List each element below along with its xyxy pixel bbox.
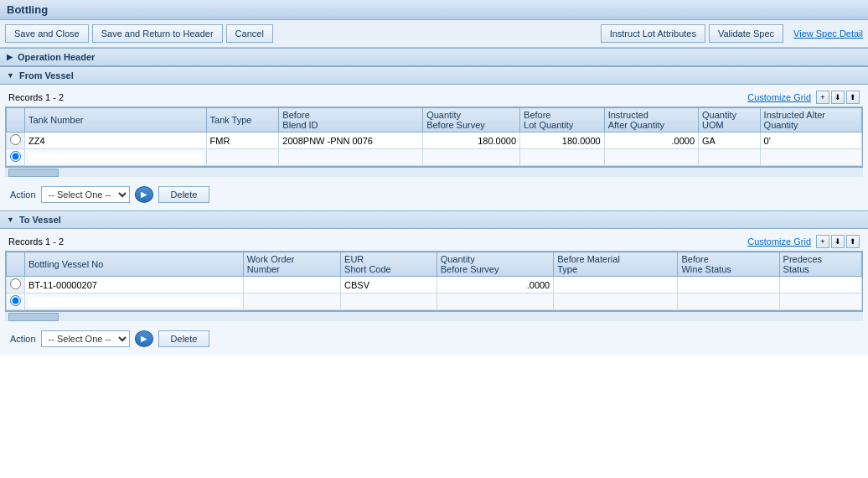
to-vessel-row2-predecessor bbox=[779, 294, 861, 310]
from-vessel-go-button[interactable]: ▶ bbox=[135, 186, 153, 203]
to-vessel-row2-eur bbox=[341, 294, 437, 310]
to-vessel-row2-material-type bbox=[554, 294, 678, 310]
from-vessel-scroll-thumb[interactable] bbox=[8, 169, 59, 177]
from-vessel-row1-tank-number: ZZ4 bbox=[25, 132, 207, 149]
to-vessel-grid-icons: + ⬇ ⬆ bbox=[816, 235, 860, 248]
from-vessel-customize-link[interactable]: Customize Grid bbox=[747, 92, 811, 102]
to-vessel-delete-button[interactable]: Delete bbox=[158, 330, 210, 347]
from-vessel-row2-tank-input[interactable] bbox=[28, 153, 203, 163]
save-close-button[interactable]: Save and Close bbox=[5, 24, 89, 43]
to-vessel-row1-radio-cell[interactable] bbox=[7, 277, 25, 294]
from-vessel-label: From Vessel bbox=[19, 70, 74, 81]
from-vessel-row2-qty-before bbox=[423, 149, 520, 166]
to-vessel-row2-radio[interactable] bbox=[10, 295, 21, 306]
to-vessel-row1-qty-before: .0000 bbox=[437, 277, 554, 294]
to-vessel-row2-radio-cell[interactable] bbox=[7, 294, 25, 310]
to-vessel-action-select[interactable]: -- Select One -- bbox=[41, 330, 130, 347]
to-vessel-row1-wine-status bbox=[678, 277, 779, 294]
from-vessel-table: Tank Number Tank Type BeforeBlend ID Qua… bbox=[6, 107, 862, 166]
from-vessel-instructed-after-header: InstructedAfter Quantity bbox=[604, 108, 698, 132]
to-vessel-scroll-thumb[interactable] bbox=[8, 313, 59, 321]
to-vessel-vessel-no-header: Bottling Vessel No bbox=[25, 252, 244, 277]
from-vessel-row2-radio[interactable] bbox=[10, 151, 21, 162]
from-vessel-radio-col-header bbox=[7, 108, 25, 132]
from-vessel-scroll-container[interactable]: Tank Number Tank Type BeforeBlend ID Qua… bbox=[5, 107, 863, 167]
from-vessel-row1-radio[interactable] bbox=[10, 134, 21, 145]
to-vessel-go-button[interactable]: ▶ bbox=[135, 330, 153, 347]
table-row bbox=[7, 149, 862, 166]
from-vessel-scrollbar[interactable] bbox=[5, 167, 863, 177]
save-return-button[interactable]: Save and Return to Header bbox=[92, 24, 223, 43]
from-vessel-row2-blend-id bbox=[279, 149, 423, 166]
instruct-lot-button[interactable]: Instruct Lot Attributes bbox=[601, 24, 705, 43]
from-vessel-row2-radio-cell[interactable] bbox=[7, 149, 25, 166]
to-vessel-material-type-header: Before MaterialType bbox=[554, 252, 678, 277]
from-vessel-row1-blend-id: 2008PNW -PNN 0076 bbox=[279, 132, 423, 149]
to-vessel-wine-status-header: BeforeWine Status bbox=[678, 252, 779, 277]
from-vessel-row1-tank-type: FMR bbox=[206, 132, 279, 149]
to-vessel-row1-radio[interactable] bbox=[10, 278, 21, 289]
to-vessel-row2-work-order bbox=[243, 294, 340, 310]
from-vessel-section-header: ▼ From Vessel bbox=[0, 66, 868, 85]
from-vessel-add-icon[interactable]: + bbox=[816, 91, 829, 104]
from-vessel-row2-instructed-after bbox=[604, 149, 698, 166]
from-vessel-row1-instructed-after: .0000 bbox=[604, 132, 698, 149]
cancel-button[interactable]: Cancel bbox=[226, 24, 273, 43]
table-row: ZZ4 FMR 2008PNW -PNN 0076 180.0000 180.0… bbox=[7, 132, 862, 149]
from-vessel-row1-radio-cell[interactable] bbox=[7, 132, 25, 149]
from-vessel-grid-icons: + ⬇ ⬆ bbox=[816, 91, 860, 104]
to-vessel-predecessor-header: PredecesStatus bbox=[779, 252, 861, 277]
view-spec-detail-link[interactable]: View Spec Detail bbox=[793, 29, 863, 39]
to-vessel-action-label: Action bbox=[10, 334, 36, 344]
from-vessel-blend-id-header: BeforeBlend ID bbox=[279, 108, 423, 132]
to-vessel-row2-vessel-no[interactable] bbox=[25, 294, 244, 310]
table-row bbox=[7, 294, 862, 310]
to-vessel-row1-eur: CBSV bbox=[341, 277, 437, 294]
operation-header-toggle-icon[interactable]: ▶ bbox=[7, 53, 13, 61]
to-vessel-expand-icon[interactable]: ⬆ bbox=[846, 235, 860, 248]
to-vessel-table: Bottling Vessel No Work OrderNumber EURS… bbox=[6, 252, 862, 310]
to-vessel-row1-material-type bbox=[554, 277, 678, 294]
to-vessel-row2-qty-before bbox=[437, 294, 554, 310]
from-vessel-tank-type-header: Tank Type bbox=[206, 108, 279, 132]
from-vessel-grid-header: Records 1 - 2 Customize Grid + ⬇ ⬆ bbox=[5, 88, 863, 107]
from-vessel-toggle-icon[interactable]: ▼ bbox=[7, 71, 14, 80]
from-vessel-records-label: Records 1 - 2 bbox=[8, 92, 64, 102]
operation-header-section: ▶ Operation Header bbox=[0, 48, 868, 66]
operation-header-label: Operation Header bbox=[18, 52, 95, 62]
from-vessel-row1-inst-alt: 0' bbox=[760, 132, 861, 149]
from-vessel-tank-number-header: Tank Number bbox=[25, 108, 207, 132]
from-vessel-action-label: Action bbox=[10, 190, 36, 200]
to-vessel-work-order-header: Work OrderNumber bbox=[243, 252, 340, 277]
to-vessel-label: To Vessel bbox=[19, 215, 61, 225]
from-vessel-export-icon[interactable]: ⬇ bbox=[831, 91, 845, 104]
page-title: Bottling bbox=[0, 0, 868, 20]
from-vessel-row1-before-lot: 180.0000 bbox=[520, 132, 605, 149]
from-vessel-content: Records 1 - 2 Customize Grid + ⬇ ⬆ Tank … bbox=[0, 85, 868, 210]
to-vessel-action-bar: Action -- Select One -- ▶ Delete bbox=[5, 326, 863, 351]
from-vessel-row2-before-lot bbox=[520, 149, 605, 166]
validate-spec-button[interactable]: Validate Spec bbox=[709, 24, 783, 43]
to-vessel-export-icon[interactable]: ⬇ bbox=[831, 235, 845, 248]
from-vessel-action-select[interactable]: -- Select One -- bbox=[41, 186, 130, 203]
to-vessel-content: Records 1 - 2 Customize Grid + ⬇ ⬆ Bottl… bbox=[0, 229, 868, 355]
from-vessel-row1-uom: GA bbox=[699, 132, 761, 149]
from-vessel-row2-tank-number[interactable] bbox=[25, 149, 207, 166]
to-vessel-section-header: ▼ To Vessel bbox=[0, 210, 868, 229]
from-vessel-expand-icon[interactable]: ⬆ bbox=[846, 91, 860, 104]
from-vessel-row2-tank-type bbox=[206, 149, 279, 166]
to-vessel-scroll-container[interactable]: Bottling Vessel No Work OrderNumber EURS… bbox=[5, 251, 863, 311]
from-vessel-row1-qty-before: 180.0000 bbox=[423, 132, 520, 149]
from-vessel-row2-inst-alt bbox=[760, 149, 861, 166]
to-vessel-scrollbar[interactable] bbox=[5, 311, 863, 321]
from-vessel-before-lot-header: BeforeLot Quantity bbox=[520, 108, 605, 132]
to-vessel-customize-link[interactable]: Customize Grid bbox=[747, 236, 811, 247]
from-vessel-inst-alt-header: Instructed AlterQuantity bbox=[760, 108, 861, 132]
from-vessel-delete-button[interactable]: Delete bbox=[158, 186, 210, 203]
to-vessel-row2-vessel-input[interactable] bbox=[28, 297, 240, 307]
to-vessel-row1-vessel-no: BT-11-00000207 bbox=[25, 277, 244, 294]
from-vessel-uom-header: QuantityUOM bbox=[699, 108, 761, 132]
toolbar: Save and Close Save and Return to Header… bbox=[0, 20, 868, 48]
to-vessel-add-icon[interactable]: + bbox=[816, 235, 829, 248]
to-vessel-toggle-icon[interactable]: ▼ bbox=[7, 216, 14, 224]
